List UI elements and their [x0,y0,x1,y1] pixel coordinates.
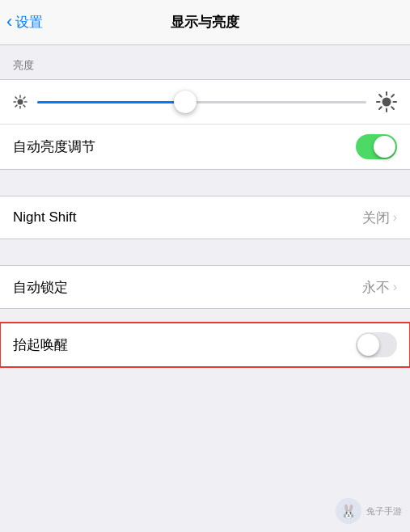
brightness-slider-thumb[interactable] [174,91,197,113]
watermark-logo: 🐰 [336,498,361,524]
back-label: 设置 [15,13,43,32]
svg-line-8 [15,105,17,107]
raise-to-wake-label: 抬起唤醒 [13,336,68,354]
raise-to-wake-row[interactable]: 抬起唤醒 [0,323,410,367]
sun-large-icon [376,91,397,112]
auto-lock-value-container: 永不 › [362,278,397,297]
svg-line-5 [15,97,17,99]
svg-line-6 [23,105,25,107]
svg-point-0 [18,99,23,105]
brightness-slider-track[interactable] [37,101,366,103]
auto-lock-chevron-icon: › [393,280,397,294]
back-chevron-icon: ‹ [6,13,12,31]
section-gap-3 [0,309,410,322]
svg-line-14 [379,95,382,97]
svg-point-9 [383,98,391,107]
night-shift-value: 关闭 [362,209,390,227]
svg-line-16 [391,95,394,97]
brightness-slider-row[interactable] [0,80,410,125]
svg-line-15 [391,107,394,109]
night-shift-row[interactable]: Night Shift 关闭 › [0,196,410,239]
auto-brightness-label: 自动亮度调节 [13,137,95,156]
toggle-knob [374,136,395,158]
night-shift-value-container: 关闭 › [362,209,397,227]
night-shift-chevron-icon: › [393,210,397,225]
raise-to-wake-toggle-knob [357,334,379,356]
auto-lock-card: 自动锁定 永不 › [0,265,410,309]
sun-small-icon [13,95,27,109]
brightness-section-header: 亮度 [0,45,410,79]
raise-to-wake-card: 抬起唤醒 [0,322,410,368]
section-gap-2 [0,239,410,265]
auto-lock-value: 永不 [362,278,390,297]
section-gap-1 [0,170,410,196]
auto-lock-row[interactable]: 自动锁定 永不 › [0,266,410,308]
nav-bar: ‹ 设置 显示与亮度 [0,0,410,45]
watermark-text: 兔子手游 [366,505,402,517]
auto-brightness-row[interactable]: 自动亮度调节 [0,125,410,169]
watermark: 🐰 兔子手游 [336,498,402,524]
brightness-slider-fill [37,101,185,103]
brightness-card: 自动亮度调节 [0,79,410,170]
auto-brightness-toggle[interactable] [356,134,397,159]
page-title: 显示与亮度 [171,13,239,32]
auto-lock-label: 自动锁定 [13,278,68,297]
svg-line-7 [23,97,25,99]
night-shift-card: Night Shift 关闭 › [0,196,410,239]
svg-line-17 [379,107,382,109]
night-shift-label: Night Shift [13,209,76,226]
raise-to-wake-toggle[interactable] [356,332,397,357]
back-button[interactable]: ‹ 设置 [6,13,43,32]
